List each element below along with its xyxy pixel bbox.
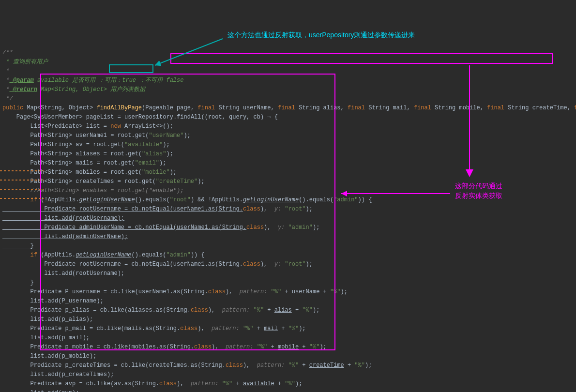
kw-class: class (191, 307, 208, 314)
sig-type: Map<String, Object> (23, 105, 96, 111)
method-call: getLoginUserName (243, 196, 299, 203)
annotation-right-2: 反射实体类获取 (455, 191, 502, 200)
code: ), (212, 344, 226, 350)
string: "admin" (166, 252, 190, 258)
code: ), (177, 380, 191, 387)
gutter-wavy-icon (0, 198, 44, 199)
string: "%" (330, 288, 341, 295)
annotation-right-1: 这部分代码通过 (455, 181, 502, 191)
code (267, 288, 271, 295)
kw-final: final (348, 105, 365, 111)
string: "root" (285, 261, 305, 268)
code (285, 362, 288, 369)
code: list.add(avp); (2, 390, 79, 392)
doc-tag-param: @param (9, 77, 33, 84)
string: "%" (222, 380, 233, 387)
code: Predicate p_createTimes = cb.like(create… (2, 362, 226, 369)
code: ); (313, 224, 319, 231)
code: + (281, 288, 292, 295)
doc-tag-return: @return (9, 86, 37, 93)
code: Path<String> mails = root.get( (2, 160, 135, 166)
doc-line: * 查询所有用户 (2, 59, 48, 65)
code: ), (264, 224, 278, 231)
var: mail (264, 325, 278, 332)
kw-class: class (194, 344, 212, 350)
code: Predicate P_username = cb.like(userName1… (2, 288, 208, 295)
string: "%" (271, 288, 282, 295)
code: ); (319, 344, 326, 350)
param: String mobile, (431, 105, 487, 111)
code: list.add(rootUsername); (2, 215, 124, 222)
kw-class: class (180, 325, 197, 332)
code: + (344, 362, 355, 369)
doc-line: * (2, 86, 9, 93)
string: "available" (124, 141, 163, 148)
code (219, 380, 222, 387)
code: + (292, 307, 303, 314)
kw-final: final (414, 105, 431, 111)
code: } (2, 279, 34, 286)
code-editor[interactable]: /** * 查询所有用户 * * @param available 是否可用 ：… (2, 39, 574, 392)
method-name: findAllByPage (96, 105, 142, 111)
code: )) { (358, 196, 372, 203)
code: ); (183, 132, 190, 139)
code: + (254, 325, 264, 332)
code: Path<String> av = root.get( (2, 141, 124, 148)
code: Predicate rootUsername = cb.notEqual(use… (2, 261, 243, 268)
code: ArrayList<>(); (121, 123, 173, 130)
doc-text: Map<String, Object> 用户列表数据 (37, 86, 145, 93)
string: "mobile" (142, 169, 170, 176)
kw-final: final (197, 105, 215, 111)
param-hint: y: (274, 261, 281, 268)
param-hint: pattern: (226, 344, 254, 350)
user-repository: userRepository (124, 114, 173, 121)
param-hint: pattern: (257, 362, 285, 369)
string: "userName" (149, 132, 183, 139)
code: ); (341, 288, 348, 295)
code: + (319, 288, 330, 295)
code: ().equals( (135, 196, 170, 203)
code: ().equals( (131, 252, 166, 258)
method-call: getLoginUserName (76, 252, 131, 258)
code: .findAll( (173, 114, 205, 121)
string: "%" (243, 325, 254, 332)
code: Path<String> aliases = root.get( (2, 151, 142, 157)
code: + (274, 380, 285, 387)
method-call: getLoginUserName (79, 196, 135, 203)
code: ); (306, 261, 313, 268)
string: "createTime" (156, 178, 197, 185)
code: Predicate avp = cb.like(av.as(String. (2, 380, 159, 387)
doc-line: */ (2, 95, 13, 102)
code: + (299, 362, 309, 369)
kw-if: if (30, 252, 37, 258)
var: createTime (309, 362, 344, 369)
string: "%" (302, 307, 313, 314)
code: ), (243, 362, 257, 369)
string: "%" (288, 362, 299, 369)
code (250, 307, 253, 314)
code (285, 224, 288, 231)
string: "alias" (142, 151, 166, 157)
code: ) && !AppUtils. (191, 196, 243, 203)
var: mobile (278, 344, 299, 350)
code: ); (197, 178, 204, 185)
doc-line: * (2, 77, 9, 84)
kw-class: class (246, 224, 264, 231)
code: Predicate rootUsername = cb.notEqual(use… (2, 206, 243, 212)
code: + (299, 344, 309, 350)
code: ), (226, 288, 240, 295)
code: ); (295, 380, 302, 387)
code: (AppUtils. (37, 252, 76, 258)
kw-class: class (159, 380, 177, 387)
code: ); (299, 325, 305, 332)
code: list.add(p_alias); (2, 316, 93, 323)
code: ); (159, 160, 166, 166)
var: alias (274, 307, 292, 314)
gutter-wavy-icon (0, 189, 44, 190)
code (254, 344, 257, 350)
code: (root, query, cb) → { (205, 114, 278, 121)
code: ); (166, 151, 173, 157)
code (240, 325, 243, 332)
code: ); (163, 141, 169, 148)
kw-class: class (208, 288, 226, 295)
